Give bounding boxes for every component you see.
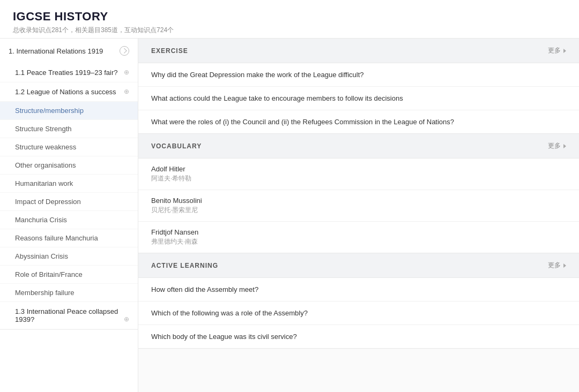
exercise-item-1[interactable]: Why did the Great Depression make the wo… <box>138 63 579 87</box>
sidebar-item-international-peace[interactable]: 1.3 International Peace collapsed 1939? … <box>0 302 138 329</box>
vocab-name-3: Fridtjof Nansen <box>151 228 566 236</box>
sub-expand-icon: ⊕ <box>124 69 129 76</box>
sidebar-item-peace-treaties[interactable]: 1.1 Peace Treaties 1919–23 fair? ⊕ <box>0 63 138 82</box>
vocabulary-section-title: VOCABULARY <box>151 142 202 150</box>
sidebar-item-league-of-nations[interactable]: 1.2 League of Nations a success ⊕ <box>0 82 138 102</box>
vocab-item-2[interactable]: Benito Mussolini 贝尼托·墨索里尼 <box>138 190 579 222</box>
active-learning-items: How often did the Assembly meet? Which o… <box>138 278 579 348</box>
exercise-more-chevron-icon <box>563 49 566 53</box>
active-learning-item-1[interactable]: How often did the Assembly meet? <box>138 278 579 301</box>
active-learning-section-header: ACTIVE LEARNING 更多 <box>138 253 579 278</box>
sidebar-leaf-structure-weakness[interactable]: Structure weakness <box>0 138 138 156</box>
sidebar-item-international-relations[interactable]: 1. International Relations 1919 <box>0 39 138 63</box>
vocab-item-3[interactable]: Fridtjof Nansen 弗里德约夫·南森 <box>138 222 579 253</box>
sub-expand-icon-3: ⊕ <box>124 315 129 323</box>
active-learning-item-3[interactable]: Which body of the League was its civil s… <box>138 325 579 348</box>
exercise-item-2[interactable]: What actions could the League take to en… <box>138 87 579 110</box>
header: IGCSE HISTORY 总收录知识点281个，相关题目385道，互动知识点7… <box>0 0 579 39</box>
vocabulary-more-chevron-icon <box>563 144 566 148</box>
app-title: IGCSE HISTORY <box>13 10 566 24</box>
exercise-section: EXERCISE 更多 Why did the Great Depression… <box>138 39 579 134</box>
sub-expand-icon-2: ⊕ <box>124 88 129 95</box>
sidebar-leaf-membership-failure[interactable]: Membership failure <box>0 284 138 302</box>
vocab-item-1[interactable]: Adolf Hitler 阿道夫·希特勒 <box>138 159 579 190</box>
exercise-item-3[interactable]: What were the roles of (i) the Council a… <box>138 110 579 133</box>
sidebar-section-label: 1. International Relations 1919 <box>9 47 103 55</box>
exercise-items: Why did the Great Depression make the wo… <box>138 63 579 133</box>
sidebar-leaf-role-britain-france[interactable]: Role of Britain/France <box>0 266 138 284</box>
main-panel: EXERCISE 更多 Why did the Great Depression… <box>138 39 579 392</box>
sidebar-leaf-manchuria-crisis[interactable]: Manchuria Crisis <box>0 211 138 229</box>
main-content: 1. International Relations 1919 1.1 Peac… <box>0 39 579 392</box>
vocab-translation-1: 阿道夫·希特勒 <box>151 174 566 183</box>
exercise-section-header: EXERCISE 更多 <box>138 39 579 63</box>
active-learning-more-chevron-icon <box>563 263 566 268</box>
vocabulary-items: Adolf Hitler 阿道夫·希特勒 Benito Mussolini 贝尼… <box>138 159 579 253</box>
sidebar-leaf-structure-strength[interactable]: Structure Strength <box>0 120 138 138</box>
sidebar: 1. International Relations 1919 1.1 Peac… <box>0 39 138 392</box>
app-container: IGCSE HISTORY 总收录知识点281个，相关题目385道，互动知识点7… <box>0 0 579 392</box>
vocabulary-section: VOCABULARY 更多 Adolf Hitler 阿道夫·希特勒 Benit… <box>138 134 579 253</box>
sidebar-leaf-reasons-failure-manchuria[interactable]: Reasons failure Manchuria <box>0 229 138 247</box>
active-learning-more-button[interactable]: 更多 <box>548 261 566 270</box>
vocab-translation-2: 贝尼托·墨索里尼 <box>151 206 566 215</box>
vocabulary-section-header: VOCABULARY 更多 <box>138 134 579 159</box>
active-learning-section: ACTIVE LEARNING 更多 How often did the Ass… <box>138 253 579 349</box>
sidebar-leaf-other-organisations[interactable]: Other organisations <box>0 156 138 175</box>
active-learning-item-2[interactable]: Which of the following was a role of the… <box>138 301 579 325</box>
sidebar-leaf-abyssinian-crisis[interactable]: Abyssinian Crisis <box>0 247 138 266</box>
active-learning-section-title: ACTIVE LEARNING <box>151 262 218 269</box>
vocab-translation-3: 弗里德约夫·南森 <box>151 237 566 246</box>
exercise-more-button[interactable]: 更多 <box>548 46 566 55</box>
sidebar-leaf-impact-of-depression[interactable]: Impact of Depression <box>0 193 138 211</box>
vocabulary-more-button[interactable]: 更多 <box>548 141 566 150</box>
header-subtitle: 总收录知识点281个，相关题目385道，互动知识点724个 <box>13 26 566 35</box>
circle-expand-icon <box>120 46 129 56</box>
sidebar-leaf-structure-membership[interactable]: Structure/membership <box>0 102 138 120</box>
vocab-name-2: Benito Mussolini <box>151 197 566 205</box>
sidebar-leaf-humanitarian-work[interactable]: Humanitarian work <box>0 175 138 193</box>
sidebar-section-1: 1. International Relations 1919 1.1 Peac… <box>0 39 138 330</box>
vocab-name-1: Adolf Hitler <box>151 165 566 173</box>
exercise-section-title: EXERCISE <box>151 47 188 55</box>
